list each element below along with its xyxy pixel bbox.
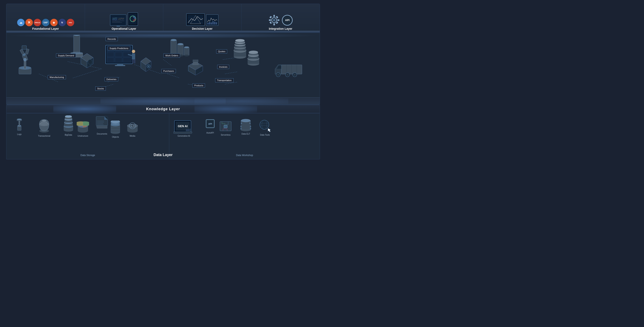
svg-rect-19 (212, 21, 214, 24)
data-elt-svg (240, 116, 252, 132)
data-elt-icon-area: Data ELT (240, 116, 252, 135)
svg-rect-80 (115, 52, 122, 57)
svg-rect-16 (207, 23, 208, 24)
svg-rect-58 (20, 49, 24, 55)
svg-rect-26 (269, 19, 271, 21)
svg-rect-88 (132, 53, 135, 60)
oracle-icon: ORACLE (34, 19, 41, 26)
foundational-layer-column: ☁ ✕ ORACLE SAP ◈ N infor Foundational La… (6, 4, 85, 33)
media-label: Media (130, 135, 135, 137)
svg-rect-219 (240, 128, 242, 129)
objects-label: Objects (112, 136, 119, 138)
svg-rect-143 (19, 120, 20, 126)
svg-point-147 (39, 123, 49, 126)
manufacturing-label: Manufacturing (48, 75, 66, 79)
svg-point-128 (286, 74, 288, 76)
svg-rect-6 (112, 22, 122, 23)
data-elt-label: Data ELT (242, 133, 250, 135)
svg-rect-60 (22, 46, 26, 49)
objects-svg (110, 121, 121, 135)
unstructure-label: Unstructure (78, 135, 88, 137)
cube-platform-right (186, 60, 205, 77)
svg-rect-84 (123, 58, 131, 62)
machine-box-left-svg (79, 53, 95, 68)
documents-icon-area: Documents (95, 114, 109, 135)
svg-line-46 (225, 72, 237, 74)
tablet-screen (128, 12, 138, 26)
supply-predictions-label: Supply Predictions (108, 46, 130, 50)
svg-rect-225 (241, 123, 242, 124)
operational-layer-column: Operational Layer (85, 4, 163, 33)
svg-point-150 (42, 120, 46, 121)
svg-rect-27 (277, 19, 280, 21)
svg-text:API: API (208, 123, 212, 125)
svg-rect-218 (240, 126, 242, 127)
svg-rect-207 (224, 125, 227, 128)
logs-icon-area: Logs (15, 117, 24, 135)
gear-integration-icon (268, 14, 280, 26)
deliveries-label: Deliveries (104, 77, 118, 81)
machine-box-center-svg (139, 58, 153, 72)
svg-rect-5 (112, 21, 120, 22)
central-monitor-person (104, 39, 136, 81)
serverless-svg (219, 119, 232, 133)
truck-svg (271, 62, 304, 78)
svg-rect-86 (115, 65, 125, 66)
coins-svg (232, 39, 248, 60)
serverless-icon-area: Serverless (219, 119, 232, 136)
svg-point-177 (111, 121, 120, 123)
data-tools-label: Data Tools (260, 134, 270, 136)
svg-rect-190 (174, 132, 192, 133)
integration-layer-label: Integration Layer (269, 27, 292, 30)
cloud-icon: ☁ (17, 19, 24, 26)
laptop-chart-svg (111, 16, 125, 25)
svg-point-56 (23, 58, 27, 61)
laptop-stand (116, 25, 120, 27)
knowledge-glow-2 (194, 105, 257, 113)
invoices-label: Invoices (217, 65, 229, 69)
svg-rect-79 (107, 52, 114, 57)
svg-rect-59 (26, 49, 29, 54)
integration-layer-column: API Integration Layer (242, 4, 320, 33)
svg-point-194 (189, 130, 190, 130)
svg-point-126 (277, 74, 279, 76)
unstructure-icon-area: Unstructure (77, 121, 89, 137)
media-svg (126, 119, 139, 134)
svg-point-159 (65, 115, 72, 117)
gen-ai-icon-area: GEN AI Generative AI (174, 116, 194, 137)
infor-icon: infor (67, 19, 74, 26)
svg-line-47 (225, 82, 237, 84)
stacked-coins-2 (246, 49, 260, 67)
svg-point-223 (241, 119, 250, 122)
svg-rect-89 (132, 59, 134, 63)
decision-screens (186, 13, 218, 26)
bigdata-label: BigData (65, 134, 72, 136)
svg-point-98 (171, 39, 176, 41)
svg-rect-28 (269, 16, 272, 18)
svg-point-193 (188, 130, 188, 130)
data-workshop-area: GEN AI Generative AI API (169, 113, 320, 159)
svg-rect-21 (216, 22, 217, 24)
transportation-label: Transportation (215, 78, 234, 82)
svg-rect-90 (134, 59, 135, 63)
operational-screens (110, 12, 138, 26)
svg-point-104 (184, 46, 189, 48)
svg-rect-221 (250, 128, 251, 129)
svg-rect-227 (250, 123, 251, 124)
autoapi-svg: API (204, 117, 216, 131)
records-label: Records (106, 37, 118, 41)
main-container: ARPIA Platform ☁ ✕ ORACLE SAP ◈ N infor … (0, 0, 322, 163)
stacked-coins-area (232, 39, 248, 60)
foundational-icons: ☁ ✕ ORACLE SAP ◈ N infor (17, 19, 74, 26)
svg-rect-24 (274, 15, 275, 17)
robot-arm-svg (12, 43, 38, 76)
laptop-content (110, 15, 126, 25)
svg-point-145 (17, 118, 22, 120)
svg-text:GEN AI: GEN AI (178, 124, 188, 128)
svg-point-9 (132, 17, 134, 20)
svg-rect-224 (241, 121, 242, 122)
svg-rect-217 (241, 125, 251, 130)
quotes-label: Quotes (216, 49, 227, 53)
netsuite-icon: N (58, 19, 66, 26)
svg-rect-83 (115, 58, 122, 62)
